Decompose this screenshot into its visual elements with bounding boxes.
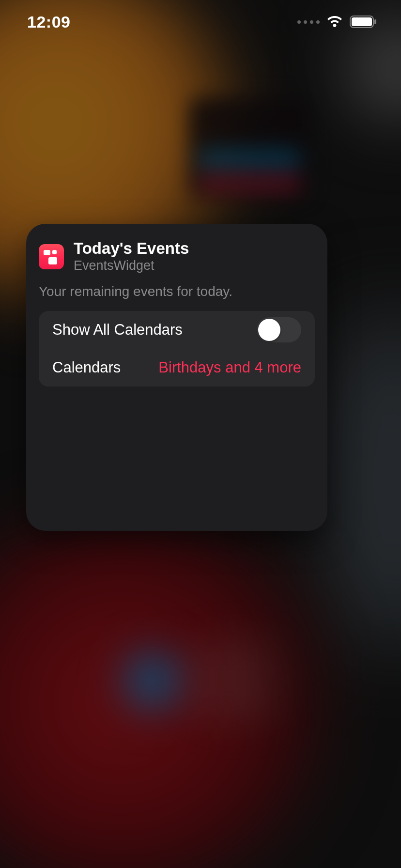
show-all-calendars-toggle[interactable] bbox=[257, 317, 301, 342]
events-widget-app-icon bbox=[39, 244, 64, 269]
battery-icon bbox=[350, 16, 377, 28]
show-all-calendars-label: Show All Calendars bbox=[52, 321, 183, 339]
status-indicators bbox=[297, 16, 377, 28]
settings-group: Show All Calendars Calendars Birthdays a… bbox=[39, 311, 315, 387]
calendars-row[interactable]: Calendars Birthdays and 4 more bbox=[39, 349, 315, 387]
svg-rect-1 bbox=[352, 17, 372, 26]
card-header: Today's Events EventsWidget bbox=[26, 240, 327, 284]
status-bar: 12:09 bbox=[0, 0, 401, 44]
calendars-value: Birthdays and 4 more bbox=[158, 359, 301, 376]
calendars-label: Calendars bbox=[52, 359, 121, 376]
wifi-icon bbox=[326, 16, 343, 28]
svg-rect-2 bbox=[374, 19, 376, 24]
widget-app-name: EventsWidget bbox=[74, 258, 189, 273]
show-all-calendars-row[interactable]: Show All Calendars bbox=[39, 311, 315, 349]
status-time: 12:09 bbox=[27, 13, 70, 31]
cellular-signal-icon bbox=[297, 20, 320, 24]
widget-title: Today's Events bbox=[74, 240, 189, 257]
widget-description: Your remaining events for today. bbox=[26, 284, 327, 311]
widget-config-card: Today's Events EventsWidget Your remaini… bbox=[26, 224, 327, 531]
